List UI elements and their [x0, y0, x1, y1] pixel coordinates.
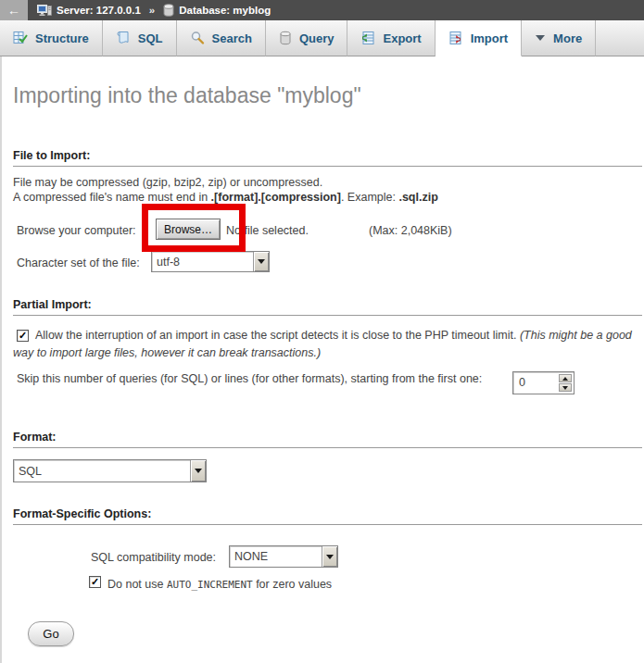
browse-button[interactable]: Browse… — [156, 219, 221, 240]
tab-label: Query — [299, 31, 335, 45]
tab-label: Import — [471, 31, 508, 45]
query-icon — [279, 31, 292, 45]
server-icon — [37, 4, 52, 17]
page-title: Importing into the database "myblog" — [13, 83, 361, 108]
search-icon — [190, 31, 205, 45]
structure-icon — [13, 31, 28, 45]
section-heading-format: Format: — [13, 431, 642, 448]
back-button[interactable]: ← — [0, 0, 28, 20]
tab-query[interactable]: Query — [266, 20, 348, 56]
back-arrow-icon: ← — [7, 3, 20, 18]
chevron-down-icon[interactable] — [190, 460, 206, 482]
charset-label: Character set of the file: — [17, 256, 140, 269]
breadcrumb-database[interactable]: Database: myblog — [179, 5, 271, 16]
format-select[interactable]: SQL — [13, 459, 207, 482]
no-file-selected-text: No file selected. — [226, 224, 309, 237]
sql-compat-label: SQL compatibility mode: — [91, 551, 216, 564]
tab-search[interactable]: Search — [177, 20, 266, 56]
section-heading-partial-import: Partial Import: — [13, 298, 642, 316]
tab-structure[interactable]: Structure — [0, 20, 103, 56]
tab-export[interactable]: Export — [347, 20, 435, 56]
file-import-description: File may be compressed (gzip, bzip2, zip… — [13, 175, 438, 205]
sql-compat-select-value: NONE — [230, 550, 268, 563]
tab-bar-filler — [596, 20, 644, 56]
skip-queries-stepper[interactable]: 0 — [512, 371, 575, 394]
format-select-value: SQL — [14, 465, 42, 478]
tab-label: Export — [383, 31, 421, 45]
tab-more[interactable]: More — [522, 20, 596, 56]
tab-sql[interactable]: SQL — [103, 20, 177, 56]
max-upload-size: (Max: 2,048KiB) — [369, 224, 452, 237]
no-auto-increment-label: Do not use AUTO_INCREMENT for zero value… — [107, 578, 332, 591]
tab-label: Structure — [35, 31, 89, 45]
section-heading-format-options: Format-Specific Options: — [13, 507, 642, 525]
allow-interrupt-label: Allow the interruption of an import in c… — [13, 327, 639, 361]
section-heading-file-to-import: File to Import: — [13, 149, 642, 167]
browse-computer-label: Browse your computer: — [17, 224, 136, 237]
export-icon — [360, 31, 375, 45]
tab-label: Search — [212, 31, 252, 45]
sql-icon — [116, 31, 131, 45]
import-icon — [448, 31, 463, 45]
chevron-down-icon[interactable] — [322, 546, 337, 567]
sql-compat-select[interactable]: NONE — [229, 545, 338, 568]
charset-select[interactable]: utf-8 — [151, 251, 270, 272]
tab-label: More — [553, 31, 582, 45]
no-auto-increment-checkbox[interactable]: ✓ — [89, 576, 101, 588]
chevron-down-icon[interactable] — [253, 252, 269, 271]
breadcrumb-server[interactable]: Server: 127.0.0.1 — [57, 5, 141, 16]
phpmyadmin-import-page: ← Server: 127.0.0.1 » — [0, 0, 644, 663]
database-icon — [163, 4, 174, 17]
tab-import[interactable]: Import — [436, 20, 522, 56]
skip-queries-value: 0 — [513, 372, 557, 394]
go-button[interactable]: Go — [28, 621, 74, 646]
tab-bar: Structure SQL Search — [0, 20, 644, 56]
stepper-down-icon[interactable] — [559, 383, 572, 392]
breadcrumb: ← Server: 127.0.0.1 » — [0, 0, 644, 20]
skip-queries-label: Skip this number of queries (for SQL) or… — [17, 372, 482, 385]
chevron-down-icon — [535, 34, 546, 42]
stepper-up-icon[interactable] — [559, 374, 572, 382]
tab-label: SQL — [138, 31, 163, 45]
breadcrumb-separator: » — [149, 5, 155, 16]
charset-select-value: utf-8 — [152, 256, 180, 269]
